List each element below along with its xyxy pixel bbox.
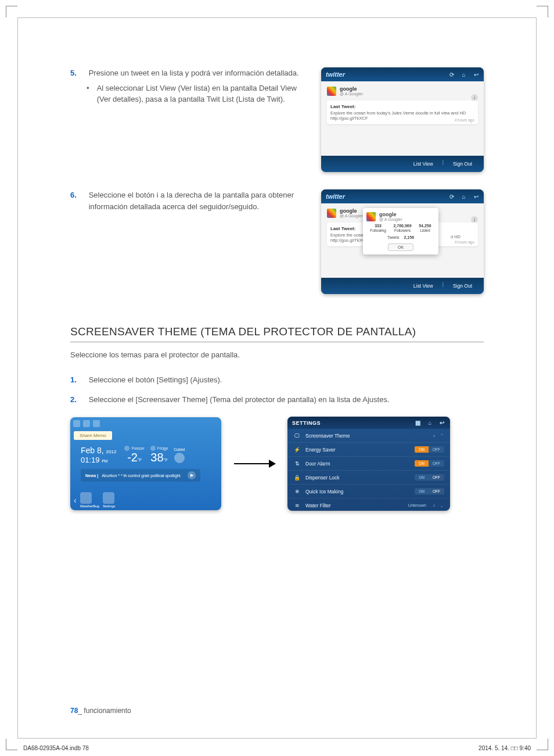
step-6-body: Seleccione el botón i a la derecha de la… [89, 189, 311, 212]
fridge-label: Fridge [157, 446, 168, 450]
popup-profile-name: google [379, 212, 397, 217]
chevron-right-icon: › [433, 433, 435, 439]
water-filter-status: Unknown [408, 503, 426, 508]
calendar-icon[interactable]: ▦ [415, 420, 421, 426]
toggle[interactable]: ON OFF [415, 460, 444, 467]
settings-icon [103, 492, 114, 504]
step-5-bullet: Al seleccionar List View (Ver lista) en … [97, 83, 311, 105]
footer-section: _ funcionamiento [78, 707, 131, 715]
freezer-unit: °F [138, 458, 142, 462]
setting-quick-ice[interactable]: ❄ Quick Ice Making ON OFF [287, 485, 450, 499]
chevron-right-icon: › [433, 503, 435, 508]
fridge-temp[interactable]: Fridge 38°F [150, 446, 168, 464]
refresh-icon[interactable]: ⟳ [448, 194, 455, 200]
settings-screenshot: SETTINGS ▦ ⌂ ↩ 🖵 Screensaver Theme › ⌃ ⚡… [287, 417, 450, 511]
toggle-off: OFF [429, 460, 444, 467]
setting-energy-saver[interactable]: ⚡ Energy Saver ON OFF [287, 443, 450, 457]
sign-out-button[interactable]: Sign Out [446, 159, 479, 169]
fridge-value: 38 [150, 451, 163, 464]
screenshot-flow: Share Memo Feb 8, 2012 01:19 PM Freezer … [70, 417, 484, 511]
page-number: 78 [70, 707, 78, 715]
date-month-day: Feb 8, [81, 446, 104, 455]
twitter-detail-screenshot: twitter ⟳ ⌂ ↩ google @ A Googler i L [321, 67, 484, 172]
home-icon[interactable]: ⌂ [427, 420, 433, 426]
stat-tweets-value: 2,156 [404, 235, 415, 239]
back-icon[interactable]: ↩ [439, 420, 445, 426]
step-5-body: Presione un tweet en la lista y podrá ve… [89, 67, 311, 79]
stat-following-label: Following [370, 228, 386, 232]
setting-label: Screensaver Theme [305, 433, 429, 439]
back-icon[interactable]: ↩ [473, 71, 479, 78]
print-file: DA68-02935A-04.indb 78 [23, 745, 89, 751]
scroll-down-icon[interactable]: ⌄ [440, 503, 444, 508]
tweet-time: 4 hours ago [455, 118, 474, 122]
step-5-text: 5. Presione un tweet en la lista y podrá… [70, 67, 311, 172]
energy-icon: ⚡ [293, 446, 301, 453]
list-view-button[interactable]: List View [406, 159, 440, 169]
prev-apps-arrow[interactable]: ‹ [74, 496, 77, 505]
app-weatherbug-label: WeatherBug [80, 504, 99, 508]
scroll-up-icon[interactable]: ⌃ [440, 433, 444, 439]
refresh-icon[interactable]: ⟳ [448, 71, 455, 78]
toggle[interactable]: ON OFF [415, 488, 444, 495]
freezer-temp[interactable]: Freezer -2°F [124, 446, 144, 464]
cubed-label: Cubed [174, 447, 185, 452]
toggle-off: OFF [429, 474, 444, 481]
toggle-off: OFF [429, 446, 444, 453]
list-view-button[interactable]: List View [406, 281, 440, 291]
water-filter-icon: ≋ [293, 501, 301, 509]
stat-listed-value: 54,256 [419, 224, 431, 228]
stat-listed-label: Listed [420, 228, 430, 232]
setting-dispenser-lock[interactable]: 🔒 Dispenser Lock ON OFF [287, 471, 450, 485]
print-date: 2014. 5. 14. □□ 9:40 [479, 745, 531, 751]
tweet-title: Last Tweet: [330, 104, 474, 109]
tweet-body-short: Explore the ocean [330, 232, 365, 238]
bullet-dot: • [87, 83, 95, 94]
setting-water-filter[interactable]: ≋ Water Filter Unknown › ⌄ [287, 499, 450, 511]
step-6-text: 6. Seleccione el botón i a la derecha de… [70, 189, 311, 294]
home-icon[interactable]: ⌂ [461, 194, 467, 200]
profile-name: google [340, 208, 357, 214]
profile-popup: google @ A Googler 333Following 2,760,96… [363, 208, 438, 255]
app-weatherbug[interactable]: WeatherBug [80, 492, 99, 508]
news-text: Abortion * * th control grab political s… [102, 474, 180, 478]
date-year: 2012 [106, 449, 117, 454]
twitter-header: twitter ⟳ ⌂ ↩ [321, 189, 484, 203]
stat-followers-label: Followers [394, 228, 411, 232]
back-icon[interactable]: ↩ [473, 194, 479, 200]
screensaver-icon: 🖵 [293, 432, 301, 439]
app-settings-label: Settings [103, 504, 116, 508]
profile-handle: @ A Googler [340, 92, 363, 96]
status-icon [93, 420, 100, 427]
app-settings[interactable]: Settings [103, 492, 116, 508]
ok-button[interactable]: OK [388, 243, 413, 251]
twitter-logo: twitter [326, 71, 345, 78]
tweet-hd-text: d HD [451, 234, 461, 239]
setting-door-alarm[interactable]: ⇅ Door Alarm ON OFF [287, 457, 450, 471]
news-play-button[interactable]: ▶ [188, 471, 196, 479]
section-step-2: 2. Seleccione el [Screensaver Theme] (Te… [70, 394, 484, 406]
toggle[interactable]: ON OFF [415, 446, 444, 453]
toggle[interactable]: ON OFF [415, 474, 444, 481]
step-6-row: 6. Seleccione el botón i a la derecha de… [70, 189, 484, 294]
share-memo-note[interactable]: Share Memo [74, 431, 112, 440]
setting-screensaver-theme[interactable]: 🖵 Screensaver Theme › ⌃ [287, 429, 450, 443]
profile-name: google [340, 86, 357, 92]
freezer-label: Freezer [131, 446, 144, 450]
toggle-on: ON [415, 446, 429, 453]
section-step-1: 1. Seleccione el botón [Settings] (Ajust… [70, 374, 484, 386]
section-step-1-body: Seleccione el botón [Settings] (Ajustes)… [89, 374, 484, 386]
setting-label: Dispenser Lock [305, 475, 410, 481]
ice-icon: ❄ [293, 488, 301, 495]
cubed-ice[interactable]: Cubed [174, 447, 185, 463]
stat-followers-value: 2,760,969 [393, 224, 411, 228]
news-prefix: News | [85, 474, 98, 478]
tweet-body: Explore the ocean from today's Jules Ver… [330, 110, 474, 121]
home-icon[interactable]: ⌂ [461, 71, 467, 78]
twitter-profile: google @ A Googler [327, 86, 478, 96]
toggle-on: ON [415, 474, 429, 481]
freezer-icon [124, 446, 129, 451]
section-step-2-number: 2. [70, 394, 87, 406]
tweet-url-short: http://goo.gl/TkXC [330, 238, 365, 243]
sign-out-button[interactable]: Sign Out [446, 281, 479, 291]
